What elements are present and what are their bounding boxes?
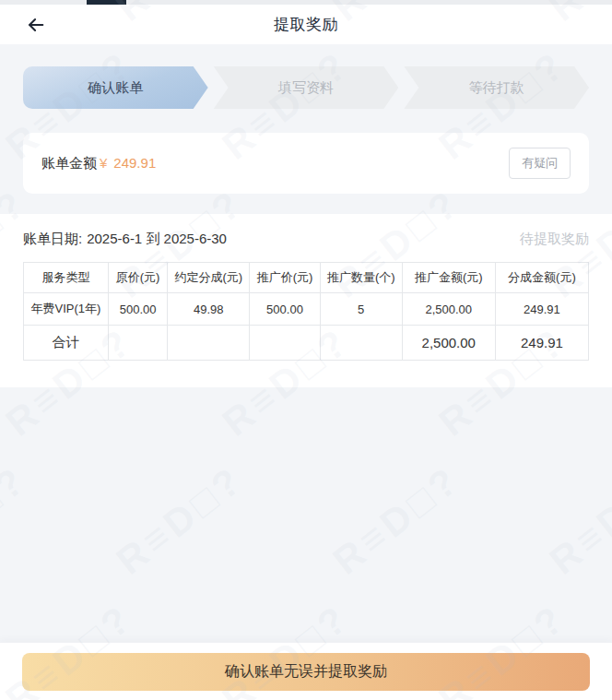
header: 提取奖励 bbox=[0, 5, 612, 44]
total-empty-2 bbox=[168, 326, 250, 361]
watermark-glyphs: R≡D□? bbox=[108, 457, 253, 583]
bill-amount-group: 账单金额 ¥ 249.91 bbox=[41, 155, 156, 172]
page-title: 提取奖励 bbox=[274, 14, 338, 35]
bill-amount-value: 249.91 bbox=[113, 155, 156, 171]
col-agreed-share: 约定分成(元) bbox=[168, 263, 250, 293]
step-fill-info[interactable]: 填写资料 bbox=[214, 66, 399, 109]
col-promo-price: 推广价(元) bbox=[250, 263, 321, 293]
bill-amount-card: 账单金额 ¥ 249.91 有疑问 bbox=[23, 133, 589, 194]
col-promo-amount: 推广金额(元) bbox=[402, 263, 495, 293]
table-total-row: 合计 2,500.00 249.91 bbox=[24, 326, 589, 361]
confirm-withdraw-button[interactable]: 确认账单无误并提取奖励 bbox=[22, 653, 590, 691]
table-row: 年费VIP(1年) 500.00 49.98 500.00 5 2,500.00… bbox=[24, 293, 589, 326]
col-promo-count: 推广数量(个) bbox=[320, 263, 402, 293]
total-empty-1 bbox=[108, 326, 167, 361]
watermark-glyphs: R≡D□? bbox=[541, 457, 612, 583]
cell-share-amount: 249.91 bbox=[495, 293, 588, 326]
col-original-price: 原价(元) bbox=[108, 263, 167, 293]
bill-date-row: 账单日期:2025-6-1 到 2025-6-30 待提取奖励 bbox=[23, 231, 589, 248]
table-header-row: 服务类型 原价(元) 约定分成(元) 推广价(元) 推广数量(个) 推广金额(元… bbox=[24, 263, 589, 293]
total-empty-4 bbox=[320, 326, 402, 361]
bill-detail-section: 账单日期:2025-6-1 到 2025-6-30 待提取奖励 服务类型 原价(… bbox=[0, 214, 612, 387]
total-empty-3 bbox=[250, 326, 321, 361]
step-wait-payment[interactable]: 等待打款 bbox=[404, 66, 589, 109]
watermark-glyphs: R≡D□? bbox=[324, 457, 469, 583]
footer-bar: 确认账单无误并提取奖励 bbox=[0, 642, 612, 700]
bill-date-range: 2025-6-1 到 2025-6-30 bbox=[87, 231, 227, 246]
back-arrow-icon bbox=[26, 15, 46, 35]
step-confirm-bill[interactable]: 确认账单 bbox=[23, 66, 208, 109]
cell-original-price: 500.00 bbox=[108, 293, 167, 326]
bill-table: 服务类型 原价(元) 约定分成(元) 推广价(元) 推广数量(个) 推广金额(元… bbox=[23, 262, 589, 361]
pending-reward-status: 待提取奖励 bbox=[520, 231, 589, 248]
step-label: 填写资料 bbox=[278, 79, 334, 97]
col-share-amount: 分成金额(元) bbox=[495, 263, 588, 293]
watermark-glyphs: R≡D□? bbox=[0, 457, 36, 583]
cell-promo-price: 500.00 bbox=[250, 293, 321, 326]
bill-date: 账单日期:2025-6-1 到 2025-6-30 bbox=[23, 231, 227, 248]
total-share-amount: 249.91 bbox=[495, 326, 588, 361]
step-label: 等待打款 bbox=[469, 79, 524, 97]
cell-agreed-share: 49.98 bbox=[168, 293, 250, 326]
cell-service-type: 年费VIP(1年) bbox=[24, 293, 109, 326]
col-service-type: 服务类型 bbox=[24, 263, 109, 293]
bill-date-label: 账单日期: bbox=[23, 231, 82, 246]
cell-promo-amount: 2,500.00 bbox=[402, 293, 495, 326]
bill-amount-label: 账单金额 bbox=[41, 155, 97, 172]
step-indicator: 确认账单 填写资料 等待打款 bbox=[23, 66, 589, 109]
currency-symbol: ¥ bbox=[100, 155, 107, 171]
step-label: 确认账单 bbox=[88, 79, 143, 97]
back-button[interactable] bbox=[24, 13, 48, 37]
total-promo-amount: 2,500.00 bbox=[402, 326, 495, 361]
total-label: 合计 bbox=[24, 326, 109, 361]
cell-promo-count: 5 bbox=[320, 293, 402, 326]
question-button[interactable]: 有疑问 bbox=[509, 148, 571, 179]
